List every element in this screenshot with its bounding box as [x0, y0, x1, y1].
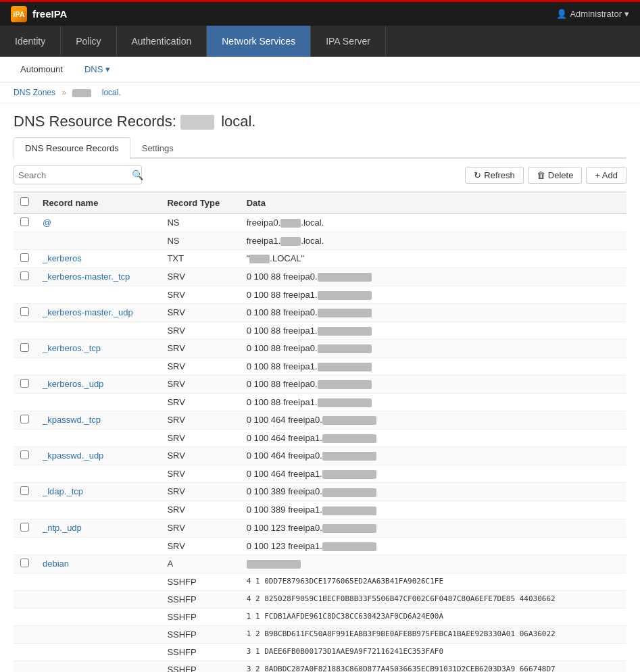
row-check-cell — [14, 608, 36, 625]
record-name-link[interactable]: _ldap._tcp — [43, 486, 83, 496]
nav-item-ipa-server[interactable]: IPA Server — [311, 26, 386, 57]
row-record-name[interactable]: _kerberos._tcp — [36, 340, 160, 358]
row-check-cell — [14, 590, 36, 608]
row-checkbox[interactable] — [20, 379, 29, 388]
table-row: SRV0 100 464 freeipa1. — [14, 465, 626, 483]
row-data: 0 100 123 freeipa0. — [240, 519, 626, 537]
table-row: _kerberos-master._tcpSRV0 100 88 freeipa… — [14, 268, 626, 286]
row-check-cell — [14, 625, 36, 643]
row-checkbox[interactable] — [20, 217, 29, 226]
row-record-name — [36, 286, 160, 304]
row-record-name[interactable]: @ — [36, 213, 160, 232]
nav-item-network-services[interactable]: Network Services — [207, 26, 311, 57]
row-record-name[interactable]: _ntp._udp — [36, 519, 160, 537]
row-checkbox[interactable] — [20, 253, 29, 262]
row-record-type: SRV — [160, 340, 239, 358]
row-record-type: A — [160, 554, 239, 573]
user-menu[interactable]: 👤 Administrator ▾ — [556, 9, 629, 19]
blurred-data — [318, 363, 372, 371]
add-label: + Add — [595, 170, 618, 180]
search-input[interactable] — [18, 170, 132, 180]
row-data: 0 100 389 freeipa1. — [240, 501, 626, 519]
row-record-name — [36, 322, 160, 340]
row-data: 0 100 88 freeipa1. — [240, 394, 626, 411]
row-record-name[interactable]: _kerberos._udp — [36, 376, 160, 394]
row-record-name — [36, 501, 160, 519]
row-check-cell — [14, 430, 36, 447]
record-name-link[interactable]: _kerberos-master._tcp — [43, 272, 130, 282]
user-label: Administrator — [570, 9, 622, 19]
row-record-type: SSHFP — [160, 661, 239, 672]
row-checkbox[interactable] — [20, 450, 29, 459]
record-name-link[interactable]: _kerberos — [43, 253, 82, 263]
record-name-link[interactable]: _kerberos-master._udp — [43, 307, 133, 317]
dns-records-table: Record name Record Type Data @NSfreeipa0… — [14, 192, 626, 672]
row-record-name[interactable]: debian — [36, 554, 160, 573]
nav-item-identity[interactable]: Identity — [0, 26, 61, 57]
tab-settings[interactable]: Settings — [130, 137, 185, 159]
row-checkbox[interactable] — [20, 559, 29, 567]
row-record-name[interactable]: _kpasswd._tcp — [36, 411, 160, 430]
row-record-name[interactable]: _ldap._tcp — [36, 483, 160, 501]
blurred-data — [322, 488, 376, 497]
blurred-data — [318, 273, 372, 282]
tab-bar: DNS Resource Records Settings — [14, 137, 626, 159]
row-check-cell — [14, 304, 36, 322]
delete-icon: 🗑 — [537, 170, 545, 180]
page-title: DNS Resource Records: local. — [14, 113, 626, 130]
nav-item-authentication[interactable]: Authentication — [117, 26, 207, 57]
breadcrumb-dns-zones[interactable]: DNS Zones — [14, 88, 55, 97]
table-row: _kerberos._udpSRV0 100 88 freeipa0. — [14, 376, 626, 394]
select-all-checkbox[interactable] — [20, 197, 29, 206]
row-checkbox[interactable] — [20, 272, 29, 280]
row-data: 4 2 825028F9059C1BECF0B8B33F5506B47CF002… — [240, 590, 626, 608]
sub-nav-automount[interactable]: Automount — [11, 60, 72, 78]
row-record-name[interactable]: _kerberos-master._udp — [36, 304, 160, 322]
page-title-suffix: local. — [221, 113, 255, 130]
blurred-data — [322, 524, 376, 533]
row-data: 0 100 88 freeipa0. — [240, 376, 626, 394]
breadcrumb-local[interactable]: local. — [102, 88, 121, 97]
table-row: _kerberos-master._udpSRV0 100 88 freeipa… — [14, 304, 626, 322]
row-data: 0 100 88 freeipa0. — [240, 340, 626, 358]
search-button[interactable]: 🔍 — [132, 170, 143, 180]
delete-button[interactable]: 🗑 Delete — [528, 167, 583, 184]
table-row: _kpasswd._tcpSRV0 100 464 freeipa0. — [14, 411, 626, 430]
row-checkbox[interactable] — [20, 486, 29, 495]
row-check-cell — [14, 394, 36, 411]
row-record-name — [36, 661, 160, 672]
row-record-type: NS — [160, 232, 239, 250]
nav-item-policy[interactable]: Policy — [61, 26, 116, 57]
table-row: SSHFP1 2 B9BCBD611FC50A8F991EABB3F9BE0AF… — [14, 625, 626, 643]
row-record-name — [36, 608, 160, 625]
row-checkbox[interactable] — [20, 523, 29, 532]
row-record-name[interactable]: _kpasswd._udp — [36, 447, 160, 465]
record-name-link[interactable]: _kerberos._udp — [43, 379, 103, 389]
record-name-link[interactable]: _ntp._udp — [43, 523, 82, 533]
sub-nav-dns[interactable]: DNS ▾ — [75, 60, 120, 78]
table-row: _kerberos._tcpSRV0 100 88 freeipa0. — [14, 340, 626, 358]
table-row: _ntp._udpSRV0 100 123 freeipa0. — [14, 519, 626, 537]
record-name-link[interactable]: _kerberos._tcp — [43, 343, 101, 353]
tab-dns-resource-records[interactable]: DNS Resource Records — [14, 137, 130, 159]
row-record-name — [36, 590, 160, 608]
add-button[interactable]: + Add — [586, 167, 626, 184]
blurred-data — [247, 560, 301, 569]
row-check-cell — [14, 465, 36, 483]
record-name-link[interactable]: _kpasswd._udp — [43, 450, 103, 461]
sub-nav-dns-chevron: ▾ — [105, 64, 110, 74]
row-record-name[interactable]: _kerberos — [36, 250, 160, 268]
refresh-button[interactable]: ↻ Refresh — [465, 167, 524, 184]
blurred-data — [322, 416, 376, 425]
row-check-cell — [14, 250, 36, 268]
record-name-link[interactable]: debian — [43, 559, 69, 569]
row-checkbox[interactable] — [20, 415, 29, 423]
page-title-blurred — [180, 115, 214, 130]
record-name-link[interactable]: @ — [43, 217, 51, 228]
record-name-link[interactable]: _kpasswd._tcp — [43, 415, 101, 425]
row-checkbox[interactable] — [20, 343, 29, 352]
row-record-type: TXT — [160, 250, 239, 268]
row-record-name[interactable]: _kerberos-master._tcp — [36, 268, 160, 286]
blurred-data — [318, 398, 372, 407]
row-checkbox[interactable] — [20, 307, 29, 316]
